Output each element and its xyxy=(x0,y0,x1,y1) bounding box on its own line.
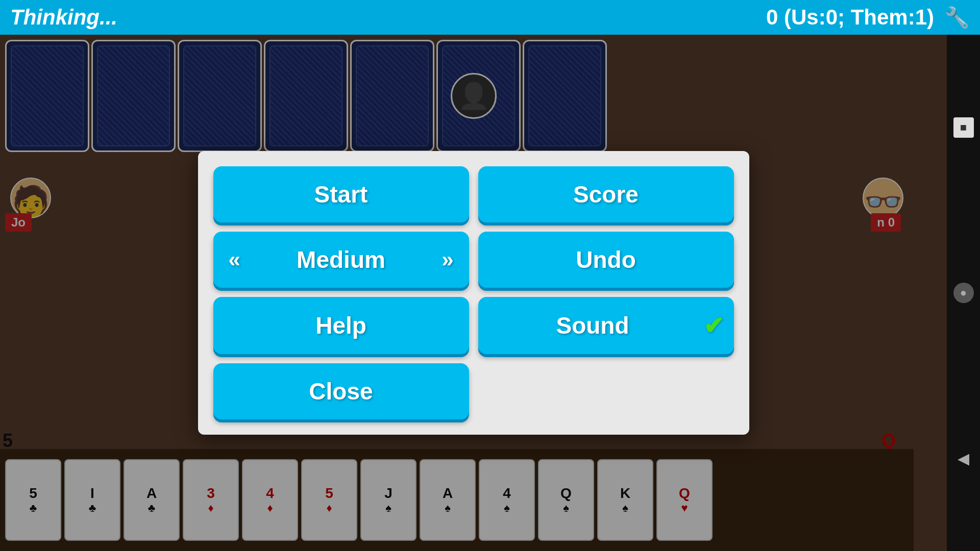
header-bar: Thinking... 0 (Us:0; Them:1) 🔧 xyxy=(0,0,980,35)
stop-button[interactable]: ■ xyxy=(953,117,974,138)
modal-overlay: Start Score « Medium » Undo Help S xyxy=(0,35,947,551)
circle-button[interactable]: ● xyxy=(953,283,974,303)
undo-button[interactable]: Undo xyxy=(478,232,734,288)
settings-icon[interactable]: 🔧 xyxy=(944,6,970,30)
sound-button[interactable]: Sound ✔ xyxy=(478,297,734,354)
start-button[interactable]: Start xyxy=(213,166,469,222)
undo-label: Undo xyxy=(488,246,724,273)
score-display: 0 (Us:0; Them:1) xyxy=(766,5,934,30)
help-label: Help xyxy=(224,312,459,339)
close-label: Close xyxy=(224,378,459,405)
close-button[interactable]: Close xyxy=(213,363,469,419)
sound-label: Sound xyxy=(488,312,697,339)
stop-icon: ■ xyxy=(960,121,967,134)
difficulty-button[interactable]: « Medium » xyxy=(213,232,469,288)
menu-grid: Start Score « Medium » Undo Help S xyxy=(213,166,734,354)
header-right: 0 (Us:0; Them:1) 🔧 xyxy=(766,5,970,30)
close-row: Close xyxy=(213,363,734,419)
circle-icon: ● xyxy=(960,286,967,299)
back-icon: ◀ xyxy=(958,449,969,467)
start-label: Start xyxy=(224,181,459,208)
difficulty-label: Medium xyxy=(247,246,435,273)
menu-dialog: Start Score « Medium » Undo Help S xyxy=(198,151,749,435)
help-button[interactable]: Help xyxy=(213,297,469,354)
back-button[interactable]: ◀ xyxy=(953,448,974,468)
left-arrow[interactable]: « xyxy=(229,247,240,272)
score-button[interactable]: Score xyxy=(478,166,734,222)
right-arrow[interactable]: » xyxy=(442,247,453,272)
thinking-status: Thinking... xyxy=(10,5,117,30)
right-sidebar: ■ ● ◀ xyxy=(947,35,980,551)
score-label: Score xyxy=(488,181,724,208)
sound-checkmark: ✔ xyxy=(703,311,724,340)
